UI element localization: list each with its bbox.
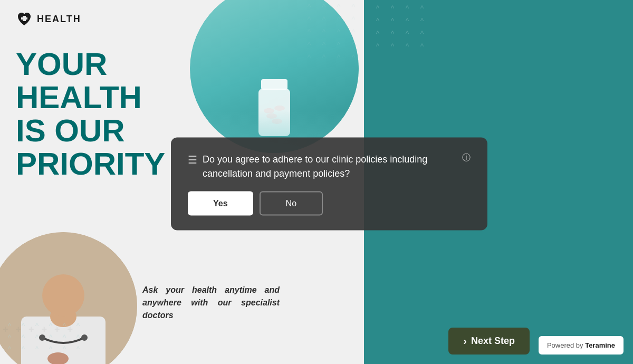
logo-text: HEALTH	[37, 14, 81, 25]
headline-line2: HEALTH	[16, 81, 158, 114]
info-icon: ⓘ	[462, 152, 471, 164]
dialog-question: Do you agree to adhere to our clinic pol…	[203, 152, 457, 181]
svg-rect-0	[261, 79, 287, 90]
headline-line1: YOUR	[16, 47, 158, 81]
dialog-buttons: Yes No	[188, 191, 471, 216]
svg-point-3	[274, 106, 285, 111]
no-button[interactable]: No	[260, 191, 323, 216]
health-logo-icon	[16, 11, 33, 27]
headline-line4: PRIORITY	[16, 147, 158, 180]
filter-icon: ☰	[188, 154, 197, 166]
tagline: Ask your health anytime and anywhere wit…	[142, 284, 280, 322]
yes-button[interactable]: Yes	[188, 191, 253, 216]
logo-bar: HEALTH	[16, 11, 81, 27]
policy-dialog: ☰ Do you agree to adhere to our clinic p…	[171, 138, 487, 231]
headline: YOUR HEALTH IS OUR PRIORITY	[16, 47, 158, 180]
dialog-box: ☰ Do you agree to adhere to our clinic p…	[171, 138, 487, 231]
headline-line3: IS OUR	[16, 114, 158, 147]
powered-by-badge: Powered by Teramine	[539, 336, 624, 355]
svg-point-9	[42, 274, 84, 317]
powered-by-prefix: Powered by	[547, 341, 583, 349]
right-panel-chevrons: ^^^^ ^^^^ ^^^^ ^^^^	[372, 4, 427, 51]
dialog-header: ☰ Do you agree to adhere to our clinic p…	[188, 152, 471, 181]
next-step-button[interactable]: › Next Step	[448, 328, 530, 355]
chevrons-decoration-top: ^^^^ ^^^^ ^^^^ ^^^^ ^^^^	[304, 3, 359, 62]
powered-by-brand: Teramine	[585, 341, 615, 349]
next-step-label: Next Step	[471, 336, 515, 347]
next-step-arrow: ›	[463, 335, 467, 347]
chevrons-decoration-bottom: ^^^^^^ ^^^^^^ ^^^^^^	[0, 322, 158, 353]
